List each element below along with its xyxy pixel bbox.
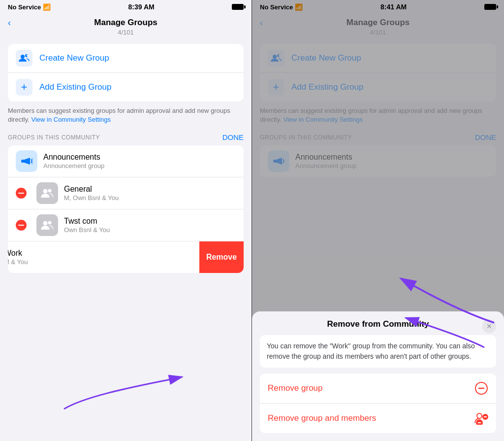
announce-name: Announcements	[43, 153, 236, 162]
announce-sub: Announcement group	[43, 162, 236, 170]
svg-point-15	[477, 413, 482, 418]
right-phone: No Service 📶 8:41 AM ‹ Manage Groups 4/1…	[252, 0, 504, 441]
svg-point-4	[43, 189, 48, 194]
time-left: 8:39 AM	[128, 3, 155, 11]
remove-group-members-option[interactable]: Remove group and members	[260, 403, 496, 433]
group-announcements: Announcements Announcement group	[8, 145, 244, 177]
general-avatar	[36, 182, 58, 204]
wifi-icon-left: 📶	[43, 3, 51, 11]
remove-group-option[interactable]: Remove group	[260, 373, 496, 403]
svg-point-7	[48, 221, 52, 225]
carrier-text-left: No Service	[8, 3, 41, 11]
svg-point-16	[476, 419, 483, 425]
twst-name: Twst com	[64, 217, 236, 226]
minus-twst[interactable]	[16, 220, 27, 231]
arrow-modal-right	[376, 264, 499, 328]
group-work[interactable]: Work M & You Remove	[8, 241, 244, 273]
section-title-left: GROUPS IN THIS COMMUNITY	[8, 134, 100, 141]
battery-left	[232, 4, 244, 10]
content-left: Create New Group + Add Existing Group Me…	[0, 38, 252, 279]
community-settings-link-left[interactable]: View in Community Settings	[31, 116, 111, 123]
add-existing-group-label: Add Existing Group	[39, 82, 111, 92]
bottom-sheet: Remove from Community ✕ You can remove t…	[252, 311, 504, 441]
group-twst: Twst com Own Bsnl & You	[8, 209, 244, 241]
status-bar-left: No Service 📶 8:39 AM	[0, 0, 252, 14]
minus-circle-icon	[474, 381, 488, 395]
svg-point-5	[48, 189, 52, 193]
remove-group-label: Remove group	[268, 383, 323, 393]
general-info: General M, Own Bsnl & You	[64, 185, 236, 202]
arrow-annotation-left	[39, 355, 197, 414]
action-card-left: Create New Group + Add Existing Group	[8, 44, 244, 102]
minus-general[interactable]	[16, 188, 27, 199]
create-group-icon	[16, 50, 32, 67]
general-sub: M, Own Bsnl & You	[64, 194, 236, 202]
general-name: General	[64, 185, 236, 194]
work-info: Work M & You	[8, 249, 196, 266]
battery-icon-left	[232, 4, 244, 10]
nav-subtitle-left: 4/101	[8, 29, 244, 36]
twst-avatar	[36, 214, 58, 236]
announce-info: Announcements Announcement group	[43, 153, 236, 170]
person-minus-icon	[474, 411, 488, 425]
section-header-left: GROUPS IN THIS COMMUNITY DONE	[0, 129, 252, 143]
remove-group-members-label: Remove group and members	[268, 413, 376, 423]
add-group-icon: +	[16, 79, 32, 96]
add-existing-group-item[interactable]: + Add Existing Group	[8, 72, 244, 102]
nav-title-left: Manage Groups	[8, 18, 244, 28]
svg-point-6	[43, 221, 48, 226]
back-button-left[interactable]: ‹	[8, 18, 11, 28]
create-new-group-label: Create New Group	[39, 53, 109, 63]
group-general: General M, Own Bsnl & You	[8, 177, 244, 209]
create-new-group-item[interactable]: Create New Group	[8, 44, 244, 72]
desc-text-left: Members can suggest existing groups for …	[8, 106, 244, 124]
work-content: Work M & You	[8, 241, 204, 273]
battery-fill-left	[232, 4, 243, 9]
remove-swipe-btn[interactable]: Remove	[199, 241, 244, 273]
announce-avatar	[16, 150, 37, 172]
done-button-left[interactable]: DONE	[222, 133, 244, 141]
twst-sub: Own Bsnl & You	[64, 226, 236, 234]
carrier-left: No Service 📶	[8, 3, 51, 11]
nav-header-left: ‹ Manage Groups 4/101	[0, 14, 252, 38]
svg-point-0	[21, 55, 25, 59]
sheet-options: Remove group Remove group and members	[260, 373, 496, 433]
groups-list-left: Announcements Announcement group Genera	[8, 145, 244, 273]
twst-info: Twst com Own Bsnl & You	[64, 217, 236, 234]
work-sub: M & You	[8, 258, 196, 266]
left-phone: No Service 📶 8:39 AM ‹ Manage Groups 4/1…	[0, 0, 252, 441]
work-name: Work	[8, 249, 196, 258]
